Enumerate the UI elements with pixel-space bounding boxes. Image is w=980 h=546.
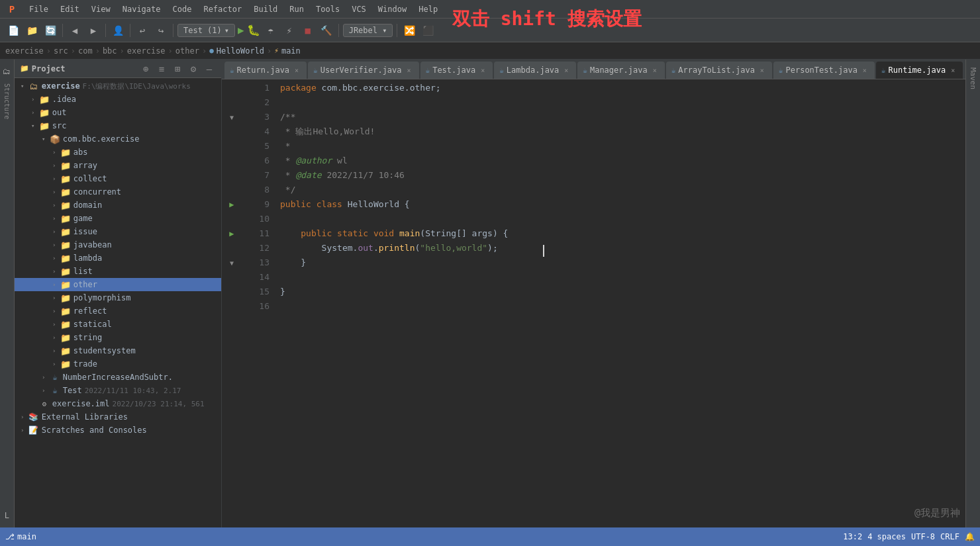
maven-tab[interactable]: Maven bbox=[967, 62, 979, 95]
tree-arrow-game[interactable]: › bbox=[49, 215, 60, 222]
locate-in-tree-button[interactable]: ⊕ bbox=[139, 62, 152, 75]
menu-help[interactable]: Help bbox=[413, 3, 443, 15]
tab-manager-java[interactable]: ☕ Manager.java × bbox=[577, 62, 664, 79]
tree-arrow-scratches[interactable]: › bbox=[17, 427, 28, 433]
tree-item-reflect[interactable]: › 📁 reflect bbox=[15, 304, 221, 318]
fold-icon-3[interactable]: ▼ bbox=[230, 114, 234, 121]
menu-run[interactable]: Run bbox=[284, 3, 309, 15]
tree-item-issue[interactable]: › 📁 issue bbox=[15, 225, 221, 238]
tree-item-string[interactable]: › 📁 string bbox=[15, 331, 221, 344]
tab-runtime-close[interactable]: × bbox=[948, 66, 957, 75]
tree-arrow-external-libs[interactable]: › bbox=[17, 414, 28, 420]
coverage-button[interactable]: ☂ bbox=[263, 23, 279, 38]
project-side-tab[interactable]: 🗂 bbox=[0, 65, 13, 78]
tree-item-src[interactable]: ▾ 📁 src bbox=[15, 119, 221, 132]
tree-item-numberincrease[interactable]: › ☕ NumberIncreaseAndSubtr. bbox=[15, 371, 221, 384]
tree-item-idea[interactable]: › 📁 .idea bbox=[15, 93, 221, 106]
menu-view[interactable]: View bbox=[86, 3, 116, 15]
tree-arrow-studentsystem[interactable]: › bbox=[49, 347, 60, 354]
breadcrumb-main[interactable]: main bbox=[281, 46, 301, 56]
leetcode-tab[interactable]: L bbox=[0, 509, 13, 522]
stop-button[interactable]: ■ bbox=[300, 23, 316, 38]
tab-userverifier-close[interactable]: × bbox=[405, 66, 414, 75]
stop-process-button[interactable]: ⬛ bbox=[420, 23, 436, 38]
tree-item-polymorphism[interactable]: › 📁 polymorphism bbox=[15, 291, 221, 304]
tab-runtime-java[interactable]: ☕ Runtime.java × bbox=[876, 62, 963, 79]
breadcrumb-bbc[interactable]: bbc bbox=[103, 46, 117, 56]
menu-navigate[interactable]: Navigate bbox=[117, 3, 166, 15]
tree-arrow-string[interactable]: › bbox=[49, 334, 60, 341]
tree-item-test[interactable]: › ☕ Test 2022/11/11 10:43, 2.17 bbox=[15, 384, 221, 397]
indent-item[interactable]: 4 spaces bbox=[867, 532, 906, 541]
breadcrumb-exercise2[interactable]: exercise bbox=[127, 46, 166, 56]
menu-vcs[interactable]: VCS bbox=[346, 3, 371, 15]
menu-edit[interactable]: Edit bbox=[55, 3, 85, 15]
tree-item-external-libs[interactable]: › 📚 External Libraries bbox=[15, 410, 221, 424]
menu-file[interactable]: File bbox=[24, 3, 54, 15]
collapse-all-button[interactable]: ≡ bbox=[155, 62, 168, 75]
run-icon-11[interactable]: ▶ bbox=[229, 229, 234, 238]
tree-arrow-numberincrease[interactable]: › bbox=[38, 374, 49, 381]
tab-arraytolist-close[interactable]: × bbox=[758, 66, 767, 75]
tree-item-list[interactable]: › 📁 list bbox=[15, 265, 221, 278]
breadcrumb-src[interactable]: src bbox=[54, 46, 68, 56]
redo-button[interactable]: ↪ bbox=[153, 23, 169, 38]
tree-arrow-collect[interactable]: › bbox=[49, 175, 60, 182]
new-file-button[interactable]: 📄 bbox=[5, 23, 21, 38]
line-sep-item[interactable]: CRLF bbox=[940, 532, 959, 541]
tree-arrow-statical[interactable]: › bbox=[49, 321, 60, 328]
run-button[interactable]: ▶ bbox=[238, 24, 244, 36]
tree-item-exercise-iml[interactable]: ⚙ exercise.iml 2022/10/23 21:14, 561 bbox=[15, 397, 221, 410]
tab-lambda-java[interactable]: ☕ Lambda.java × bbox=[494, 62, 576, 79]
tab-return-close[interactable]: × bbox=[292, 66, 301, 75]
tree-item-other[interactable]: › 📁 other bbox=[15, 278, 221, 291]
tab-manager-close[interactable]: × bbox=[650, 66, 660, 75]
open-button[interactable]: 📁 bbox=[24, 23, 40, 38]
fold-icon-13[interactable]: ▼ bbox=[230, 259, 234, 267]
vcs-button[interactable]: 🔀 bbox=[401, 23, 417, 38]
jrebel-button[interactable]: JRebel ▾ bbox=[343, 24, 393, 37]
tree-item-exercise[interactable]: ▾ 🗂 exercise F:\编程数据\IDE\Java\works bbox=[15, 79, 221, 93]
breadcrumb-helloworld[interactable]: HelloWorld bbox=[217, 46, 264, 56]
notifications-item[interactable]: 🔔 bbox=[965, 532, 975, 541]
tree-arrow-test[interactable]: › bbox=[38, 387, 49, 394]
vcs-branch-item[interactable]: ⎇ main bbox=[5, 532, 36, 541]
profile-run-button[interactable]: ⚡ bbox=[281, 23, 297, 38]
encoding-item[interactable]: UTF-8 bbox=[911, 532, 935, 541]
build-button[interactable]: 🔨 bbox=[318, 23, 334, 38]
tab-test-java[interactable]: ☕ Test.java × bbox=[420, 62, 493, 79]
debug-button[interactable]: 🐛 bbox=[247, 24, 260, 36]
run-config-selector[interactable]: Test (1) ▾ bbox=[177, 24, 235, 37]
menu-refactor[interactable]: Refactor bbox=[198, 3, 247, 15]
cursor-position-item[interactable]: 13:2 bbox=[843, 532, 862, 541]
tree-arrow-abs[interactable]: › bbox=[49, 149, 60, 156]
expand-all-button[interactable]: ⊞ bbox=[171, 62, 184, 75]
tree-item-abs[interactable]: › 📁 abs bbox=[15, 146, 221, 159]
tab-return-java[interactable]: ☕ Return.java × bbox=[224, 62, 307, 79]
close-project-panel-button[interactable]: — bbox=[203, 62, 216, 75]
tree-arrow-issue[interactable]: › bbox=[49, 228, 60, 235]
tab-userverifier-java[interactable]: ☕ UserVerifier.java × bbox=[308, 62, 418, 79]
tree-arrow-com-bbc[interactable]: ▾ bbox=[38, 136, 49, 142]
tree-item-out[interactable]: › 📁 out bbox=[15, 106, 221, 119]
tree-arrow-idea[interactable]: › bbox=[28, 96, 38, 103]
breadcrumb-com[interactable]: com bbox=[78, 46, 93, 56]
profile-button[interactable]: 👤 bbox=[110, 23, 126, 38]
project-settings-button[interactable]: ⚙ bbox=[187, 62, 200, 75]
tree-arrow-array[interactable]: › bbox=[49, 162, 60, 169]
tree-item-com-bbc[interactable]: ▾ 📦 com.bbc.exercise bbox=[15, 132, 221, 146]
menu-code[interactable]: Code bbox=[168, 3, 197, 15]
structure-tab[interactable]: Structure bbox=[2, 81, 12, 122]
tree-arrow-polymorphism[interactable]: › bbox=[49, 295, 60, 301]
menu-build[interactable]: Build bbox=[248, 3, 283, 15]
tree-arrow-exercise[interactable]: ▾ bbox=[17, 83, 28, 89]
tab-lambda-close[interactable]: × bbox=[562, 66, 571, 75]
tab-persontest-close[interactable]: × bbox=[860, 66, 869, 75]
tree-arrow-domain[interactable]: › bbox=[49, 202, 60, 208]
forward-button[interactable]: ▶ bbox=[85, 23, 101, 38]
tree-arrow-out[interactable]: › bbox=[28, 109, 38, 116]
tree-item-trade[interactable]: › 📁 trade bbox=[15, 357, 221, 371]
editor-content[interactable]: ▼ ▶ ▶ ▼ bbox=[222, 79, 965, 527]
tree-arrow-other[interactable]: › bbox=[49, 281, 60, 288]
tab-arraytolist-java[interactable]: ☕ ArrayToList.java × bbox=[666, 62, 772, 79]
